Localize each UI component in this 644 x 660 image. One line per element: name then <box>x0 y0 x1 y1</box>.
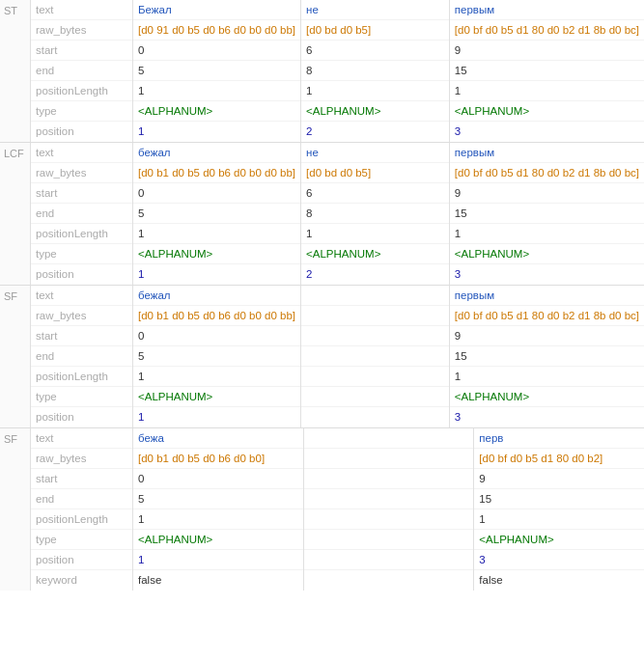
value-cell: 5 <box>133 204 300 224</box>
field-label: type <box>31 387 132 407</box>
value-column: первым[d0 bf d0 b5 d1 80 d0 b2 d1 8b d0 … <box>450 286 644 427</box>
field-label: position <box>31 407 132 427</box>
value-cell: 1 <box>133 224 300 244</box>
value-cell: 1 <box>301 224 449 244</box>
value-cell: бежа <box>133 428 303 449</box>
value-cell: не <box>301 143 449 163</box>
value-cell: 6 <box>301 41 449 61</box>
value-cell: 0 <box>133 183 300 204</box>
field-label: start <box>31 326 132 346</box>
value-column: первым[d0 bf d0 b5 d1 80 d0 b2 d1 8b d0 … <box>450 0 644 142</box>
value-cell: 1 <box>133 122 300 142</box>
value-cell: 15 <box>450 204 644 224</box>
value-cell: [d0 bd d0 b5] <box>301 20 449 41</box>
field-label: text <box>31 286 132 306</box>
value-cell: 1 <box>474 509 644 530</box>
value-cell: <ALPHANUM> <box>474 530 644 550</box>
field-label: text <box>31 143 132 163</box>
value-cell: 1 <box>133 264 300 285</box>
value-cell <box>301 407 449 427</box>
value-cell: 8 <box>301 204 449 224</box>
fields-column: textraw_bytesstartendpositionLengthtypep… <box>31 286 133 427</box>
value-cell: <ALPHANUM> <box>301 101 449 122</box>
value-cell <box>304 469 474 489</box>
value-cell <box>301 326 449 346</box>
value-cell: 1 <box>133 367 300 387</box>
value-cell: [d0 bd d0 b5] <box>301 163 449 183</box>
section-row: LCFtextraw_bytesstartendpositionLengthty… <box>0 143 644 286</box>
value-cell: 1 <box>133 550 303 570</box>
field-label: raw_bytes <box>31 163 132 183</box>
section-row: SFtextraw_bytesstartendpositionLengthtyp… <box>0 286 644 428</box>
value-cell: не <box>301 0 449 20</box>
value-cell: 3 <box>450 407 644 427</box>
value-column: не[d0 bd d0 b5]681<ALPHANUM>2 <box>301 0 450 142</box>
value-cell: false <box>133 570 303 591</box>
value-column: бежал[d0 b1 d0 b5 d0 b6 d0 b0 d0 bb]051<… <box>133 286 301 427</box>
section-label: SF <box>0 286 31 427</box>
value-cell <box>301 346 449 367</box>
field-label: raw_bytes <box>31 449 132 469</box>
value-cell: 8 <box>301 61 449 81</box>
value-cell: 6 <box>301 183 449 204</box>
field-label: positionLength <box>31 509 132 530</box>
values-area: бежал[d0 b1 d0 b5 d0 b6 d0 b0 d0 bb]051<… <box>133 286 644 427</box>
value-cell: [d0 bf d0 b5 d1 80 d0 b2] <box>474 449 644 469</box>
value-cell: 2 <box>301 264 449 285</box>
value-cell: 5 <box>133 489 303 509</box>
value-cell: 5 <box>133 61 300 81</box>
field-label: type <box>31 101 132 122</box>
value-cell <box>301 387 449 407</box>
value-cell: Бежал <box>133 0 300 20</box>
section-label: ST <box>0 0 31 142</box>
values-area: бежа[d0 b1 d0 b5 d0 b6 d0 b0]051<ALPHANU… <box>133 428 644 591</box>
main-table: STtextraw_bytesstartendpositionLengthtyp… <box>0 0 644 591</box>
field-label: keyword <box>31 570 132 591</box>
field-label: start <box>31 469 132 489</box>
value-cell: 3 <box>450 264 644 285</box>
value-cell: 1 <box>301 81 449 101</box>
value-column: бежа[d0 b1 d0 b5 d0 b6 d0 b0]051<ALPHANU… <box>133 428 304 591</box>
value-cell: <ALPHANUM> <box>450 244 644 264</box>
fields-column: textraw_bytesstartendpositionLengthtypep… <box>31 143 133 285</box>
value-column <box>304 428 475 591</box>
field-label: raw_bytes <box>31 306 132 326</box>
section-row: SFtextraw_bytesstartendpositionLengthtyp… <box>0 428 644 591</box>
value-column: перв[d0 bf d0 b5 d1 80 d0 b2]9151<ALPHAN… <box>474 428 644 591</box>
value-cell <box>304 509 474 530</box>
value-cell <box>301 286 449 306</box>
value-cell: <ALPHANUM> <box>133 387 300 407</box>
value-cell: <ALPHANUM> <box>133 244 300 264</box>
value-cell <box>304 428 474 449</box>
value-cell: бежал <box>133 286 300 306</box>
value-cell: 0 <box>133 326 300 346</box>
value-column: Бежал[d0 91 d0 b5 d0 b6 d0 b0 d0 bb]051<… <box>133 0 301 142</box>
value-cell: 3 <box>450 122 644 142</box>
fields-column: textraw_bytesstartendpositionLengthtypep… <box>31 428 133 591</box>
value-cell: [d0 b1 d0 b5 d0 b6 d0 b0 d0 bb] <box>133 306 300 326</box>
value-cell <box>304 489 474 509</box>
value-cell: [d0 b1 d0 b5 d0 b6 d0 b0 d0 bb] <box>133 163 300 183</box>
value-cell: 15 <box>450 346 644 367</box>
value-cell: перв <box>474 428 644 449</box>
field-label: start <box>31 183 132 204</box>
value-cell: [d0 bf d0 b5 d1 80 d0 b2 d1 8b d0 bc] <box>450 20 644 41</box>
values-area: бежал[d0 b1 d0 b5 d0 b6 d0 b0 d0 bb]051<… <box>133 143 644 285</box>
value-cell: 1 <box>133 81 300 101</box>
value-cell <box>304 530 474 550</box>
value-cell: 9 <box>474 469 644 489</box>
value-cell: 0 <box>133 41 300 61</box>
value-column: не[d0 bd d0 b5]681<ALPHANUM>2 <box>301 143 450 285</box>
value-cell: <ALPHANUM> <box>133 101 300 122</box>
section-label: SF <box>0 428 31 591</box>
field-label: positionLength <box>31 224 132 244</box>
field-label: position <box>31 264 132 285</box>
section-label: LCF <box>0 143 31 285</box>
value-cell: [d0 bf d0 b5 d1 80 d0 b2 d1 8b d0 bc] <box>450 163 644 183</box>
value-cell: 3 <box>474 550 644 570</box>
value-column <box>301 286 450 427</box>
value-cell <box>301 367 449 387</box>
field-label: positionLength <box>31 367 132 387</box>
value-cell: 9 <box>450 183 644 204</box>
field-label: text <box>31 0 132 20</box>
